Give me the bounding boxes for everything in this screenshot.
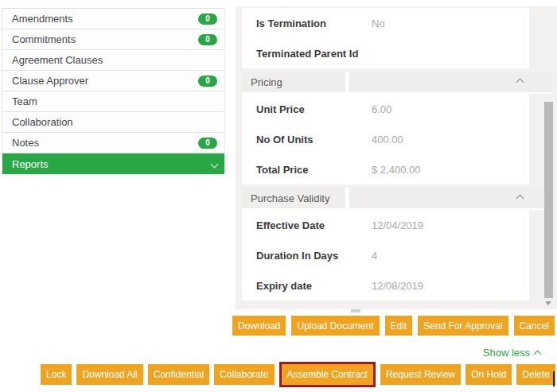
edit-button[interactable]: Edit xyxy=(385,316,413,336)
sidebar: Amendments 0 Commitments 0 Agreement Cla… xyxy=(2,8,225,174)
text-cursor xyxy=(553,371,555,386)
field-label: Effective Date xyxy=(256,219,372,231)
show-less-link[interactable]: Show less xyxy=(483,347,540,359)
horizontal-scrollbar-thumb[interactable] xyxy=(351,309,360,312)
on-hold-button[interactable]: On Hold xyxy=(465,364,512,385)
section-collapse[interactable] xyxy=(349,188,553,208)
delete-button[interactable]: Delete xyxy=(516,364,555,385)
field-row: Duration In Days 4 xyxy=(242,240,529,270)
field-value: 12/04/2019 xyxy=(372,219,423,231)
section-collapse[interactable] xyxy=(349,72,553,92)
vertical-scrollbar-thumb[interactable] xyxy=(544,102,553,298)
count-badge: 0 xyxy=(198,76,217,87)
collapse-icon xyxy=(516,78,524,86)
highlight-box: Assemble Contract xyxy=(279,362,376,387)
section-title: Pricing xyxy=(242,72,345,92)
sidebar-item-reports[interactable]: Reports xyxy=(2,153,224,174)
scroll-down-arrow-icon[interactable] xyxy=(545,301,551,305)
field-group-purchase-validity: Effective Date 12/04/2019 Duration In Da… xyxy=(242,210,529,301)
chevron-down-icon xyxy=(211,160,219,168)
field-value: $ 2,400.00 xyxy=(372,164,420,176)
detail-panel: Is Termination No Terminated Parent Id P… xyxy=(236,6,557,309)
field-label: Is Termination xyxy=(256,17,372,29)
field-label: No Of Units xyxy=(256,134,372,146)
section-title: Purchase Validity xyxy=(242,188,345,208)
field-group-general: Is Termination No Terminated Parent Id xyxy=(242,8,529,68)
field-row: Effective Date 12/04/2019 xyxy=(242,210,529,240)
field-row: Unit Price 6.00 xyxy=(242,94,529,124)
chevron-up-icon xyxy=(534,350,542,358)
sidebar-item-label: Collaboration xyxy=(12,116,73,128)
cancel-button[interactable]: Cancel xyxy=(514,316,555,336)
field-row: No Of Units 400.00 xyxy=(242,124,529,154)
sidebar-item-team[interactable]: Team xyxy=(2,91,224,112)
sidebar-item-label: Notes xyxy=(12,137,39,149)
field-row: Expiry date 12/08/2019 xyxy=(242,270,529,301)
field-value: 400.00 xyxy=(372,134,403,146)
assemble-contract-button[interactable]: Assemble Contract xyxy=(282,364,373,385)
send-for-approval-button[interactable]: Send For Approval xyxy=(418,316,508,336)
field-value: 12/08/2019 xyxy=(372,280,423,292)
detail-content: Is Termination No Terminated Parent Id P… xyxy=(242,8,553,301)
primary-actions: Download Upload Document Edit Send For A… xyxy=(232,316,555,336)
sidebar-item-label: Commitments xyxy=(12,33,76,45)
sidebar-item-label: Reports xyxy=(12,158,49,170)
confidential-button[interactable]: Confidential xyxy=(148,364,209,385)
secondary-actions: Lock Download All Confidential Collabora… xyxy=(41,362,555,387)
field-label: Unit Price xyxy=(256,103,372,115)
field-row: Terminated Parent Id xyxy=(242,38,529,68)
sidebar-item-collaboration[interactable]: Collaboration xyxy=(2,112,224,133)
field-label: Duration In Days xyxy=(256,250,372,262)
download-button[interactable]: Download xyxy=(232,316,286,336)
field-label: Expiry date xyxy=(256,280,372,292)
sidebar-item-notes[interactable]: Notes 0 xyxy=(2,133,224,153)
sidebar-item-label: Clause Approver xyxy=(12,75,88,87)
field-row: Is Termination No xyxy=(242,8,529,38)
field-row: Total Price $ 2,400.00 xyxy=(242,154,529,184)
field-label: Terminated Parent Id xyxy=(256,48,372,60)
upload-document-button[interactable]: Upload Document xyxy=(291,316,379,336)
sidebar-item-amendments[interactable]: Amendments 0 xyxy=(2,9,224,29)
collapse-icon xyxy=(516,194,524,202)
collaborate-button[interactable]: Collaborate xyxy=(214,364,274,385)
count-badge: 0 xyxy=(198,138,217,149)
section-header-pricing: Pricing xyxy=(242,72,553,94)
field-value: No xyxy=(372,17,385,29)
field-label: Total Price xyxy=(256,164,372,176)
download-all-button[interactable]: Download All xyxy=(76,364,142,385)
count-badge: 0 xyxy=(198,34,217,45)
sidebar-item-commitments[interactable]: Commitments 0 xyxy=(2,29,224,50)
request-review-button[interactable]: Request Review xyxy=(380,364,461,385)
sidebar-item-clause-approver[interactable]: Clause Approver 0 xyxy=(2,71,224,91)
sidebar-item-label: Amendments xyxy=(12,13,73,25)
count-badge: 0 xyxy=(198,14,217,25)
field-value: 4 xyxy=(372,250,377,262)
sidebar-item-label: Agreement Clauses xyxy=(12,54,103,66)
lock-button[interactable]: Lock xyxy=(41,364,72,385)
field-value: 6.00 xyxy=(372,103,391,115)
sidebar-item-label: Team xyxy=(12,95,37,107)
field-group-pricing: Unit Price 6.00 No Of Units 400.00 Total… xyxy=(242,94,529,184)
show-less-label: Show less xyxy=(483,347,530,359)
sidebar-item-agreement-clauses[interactable]: Agreement Clauses xyxy=(2,50,224,71)
section-header-purchase-validity: Purchase Validity xyxy=(242,188,553,210)
